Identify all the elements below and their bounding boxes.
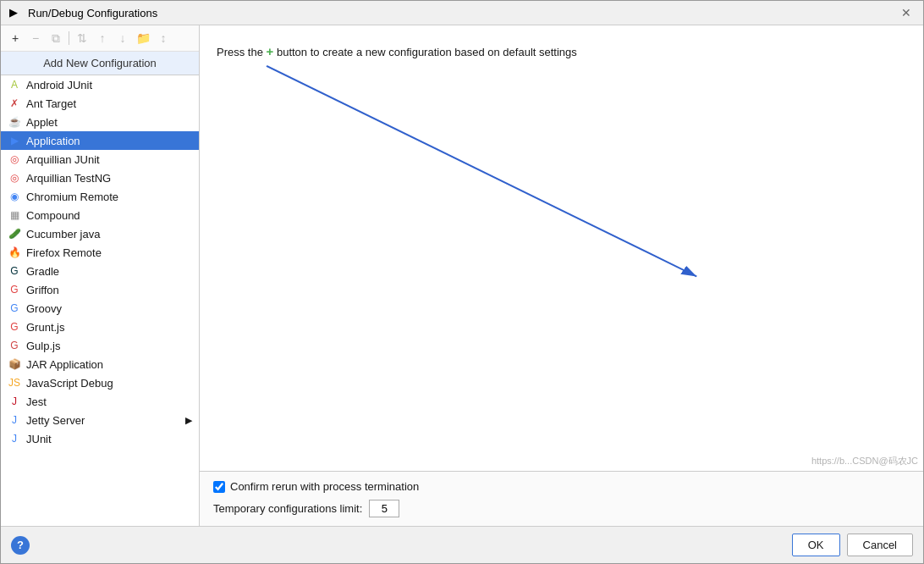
firefox-remote-label: Firefox Remote (26, 246, 102, 259)
chromium-remote-icon: ◉ (8, 190, 21, 203)
temp-limit-label: Temporary configurations limit: (213, 502, 362, 515)
jest-icon: J (8, 395, 21, 408)
config-item-chromium-remote[interactable]: ◉Chromium Remote (1, 187, 199, 206)
dialog-title: Run/Debug Configurations (28, 7, 157, 19)
cucumber-java-label: Cucumber java (26, 228, 100, 241)
arquillian-junit-icon: ◎ (8, 152, 21, 166)
android-junit-icon: A (8, 78, 21, 91)
ant-target-icon: ✗ (8, 97, 21, 110)
config-item-junit[interactable]: JJUnit (1, 429, 199, 448)
watermark: https://b...CSDN@码农JC (811, 455, 918, 467)
ant-target-label: Ant Target (26, 97, 76, 110)
config-item-android-junit[interactable]: AAndroid JUnit (1, 75, 199, 94)
right-panel: Press the + button to create a new confi… (200, 25, 923, 526)
confirm-rerun-label: Confirm rerun with process termination (230, 480, 419, 493)
instruction-prefix: Press the (217, 46, 263, 58)
firefox-remote-icon: 🔥 (8, 246, 21, 259)
jest-label: Jest (26, 395, 47, 408)
folder-button[interactable]: 📁 (134, 29, 152, 47)
sort-button[interactable]: ⇅ (73, 29, 91, 47)
applet-icon: ☕ (8, 115, 21, 129)
config-item-jar-application[interactable]: 📦JAR Application (1, 355, 199, 373)
gulpjs-label: Gulp.js (26, 340, 60, 352)
config-item-javascript-debug[interactable]: JSJavaScript Debug (1, 373, 199, 392)
compound-label: Compound (26, 209, 80, 222)
applet-label: Applet (26, 116, 58, 129)
arquillian-testng-icon: ◎ (8, 171, 21, 185)
temp-limit-input[interactable] (369, 500, 399, 517)
config-item-application[interactable]: ▶Application (1, 131, 199, 150)
ok-button[interactable]: OK (792, 534, 840, 556)
griffon-icon: G (8, 283, 21, 296)
application-label: Application (26, 135, 80, 147)
run-debug-dialog: ▶ Run/Debug Configurations ✕ + − ⧉ ⇅ ↑ ↓… (0, 0, 924, 564)
confirm-rerun-checkbox[interactable] (213, 481, 225, 493)
compound-icon: ▦ (8, 208, 21, 222)
add-new-configuration-header[interactable]: Add New Configuration (1, 52, 199, 75)
cucumber-java-icon: 🥒 (8, 227, 21, 241)
config-item-gradle[interactable]: GGradle (1, 262, 199, 280)
jetty-server-arrow: ▶ (185, 415, 192, 426)
groovy-label: Groovy (26, 302, 62, 315)
right-content: Press the + button to create a new confi… (200, 25, 923, 471)
griffon-label: Griffon (26, 284, 59, 296)
gruntjs-label: Grunt.js (26, 321, 65, 334)
groovy-icon: G (8, 301, 21, 315)
config-item-jest[interactable]: JJest (1, 392, 199, 411)
cancel-button[interactable]: Cancel (847, 534, 913, 556)
left-panel: + − ⧉ ⇅ ↑ ↓ 📁 ↕ Add New Configuration AA… (1, 25, 200, 526)
svg-line-1 (267, 66, 696, 277)
jar-application-icon: 📦 (8, 357, 21, 371)
config-item-cucumber-java[interactable]: 🥒Cucumber java (1, 224, 199, 243)
config-item-griffon[interactable]: GGriffon (1, 280, 199, 299)
arquillian-testng-label: Arquillian TestNG (26, 172, 111, 185)
application-icon: ▶ (8, 134, 21, 147)
jar-application-label: JAR Application (26, 358, 103, 371)
config-item-ant-target[interactable]: ✗Ant Target (1, 94, 199, 113)
arrow-annotation (200, 25, 923, 471)
arquillian-junit-label: Arquillian JUnit (26, 153, 100, 166)
gulpjs-icon: G (8, 339, 21, 352)
title-bar: ▶ Run/Debug Configurations ✕ (1, 1, 923, 25)
config-item-gruntjs[interactable]: GGrunt.js (1, 318, 199, 336)
config-item-arquillian-testng[interactable]: ◎Arquillian TestNG (1, 169, 199, 187)
config-item-jetty-server[interactable]: JJetty Server▶ (1, 411, 199, 429)
javascript-debug-label: JavaScript Debug (26, 377, 113, 390)
title-bar-left: ▶ Run/Debug Configurations (9, 6, 157, 19)
add-button[interactable]: + (6, 29, 25, 47)
dialog-footer: ? OK Cancel (1, 526, 923, 563)
footer-left: ? (11, 536, 30, 555)
javascript-debug-icon: JS (8, 376, 21, 390)
config-item-applet[interactable]: ☕Applet (1, 113, 199, 131)
sort-alpha-button[interactable]: ↕ (154, 29, 173, 47)
gruntjs-icon: G (8, 320, 21, 334)
configuration-list: AAndroid JUnit✗Ant Target☕Applet▶Applica… (1, 75, 199, 526)
toolbar: + − ⧉ ⇅ ↑ ↓ 📁 ↕ (1, 25, 199, 52)
config-item-arquillian-junit[interactable]: ◎Arquillian JUnit (1, 150, 199, 169)
instruction-suffix: button to create a new configuration bas… (277, 46, 577, 58)
config-item-firefox-remote[interactable]: 🔥Firefox Remote (1, 243, 199, 262)
temp-limit-row: Temporary configurations limit: (213, 500, 910, 517)
bottom-panel: Confirm rerun with process termination T… (200, 471, 923, 526)
confirm-rerun-row: Confirm rerun with process termination (213, 480, 910, 493)
config-item-gulpjs[interactable]: GGulp.js (1, 336, 199, 355)
title-icon: ▶ (9, 6, 23, 19)
junit-label: JUnit (26, 433, 52, 445)
remove-button[interactable]: − (26, 29, 45, 47)
plus-symbol: + (267, 44, 274, 58)
copy-button[interactable]: ⧉ (47, 29, 65, 47)
move-down-button[interactable]: ↓ (113, 29, 132, 47)
help-button[interactable]: ? (11, 536, 30, 555)
jetty-server-label: Jetty Server (26, 414, 85, 427)
chromium-remote-label: Chromium Remote (26, 191, 118, 203)
close-button[interactable]: ✕ (898, 6, 915, 19)
junit-icon: J (8, 432, 21, 445)
gradle-label: Gradle (26, 265, 59, 278)
jetty-server-icon: J (8, 413, 21, 427)
config-item-compound[interactable]: ▦Compound (1, 206, 199, 224)
instruction-text: Press the + button to create a new confi… (217, 42, 906, 62)
move-up-button[interactable]: ↑ (93, 29, 112, 47)
dialog-body: + − ⧉ ⇅ ↑ ↓ 📁 ↕ Add New Configuration AA… (1, 25, 923, 526)
config-item-groovy[interactable]: GGroovy (1, 299, 199, 318)
gradle-icon: G (8, 264, 21, 278)
